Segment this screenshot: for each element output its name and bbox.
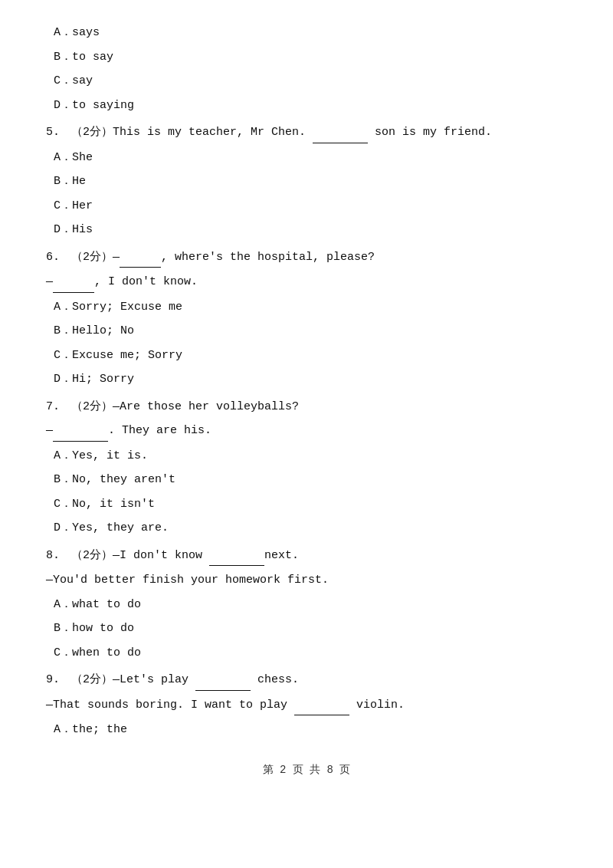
question-7: 7. （2分）—Are those her volleyballs? — . T… [46,397,567,538]
page-footer: 第 2 页 共 8 页 [46,763,567,777]
question-6-text2: — , I don't know. [46,272,567,293]
blank-q6a [120,248,161,268]
blank-q7 [53,421,108,442]
q6-option-b: B．Hello; No [46,321,567,341]
question-6: 6. （2分）— , where's the hospital, please?… [46,248,567,390]
q7-option-b: B．No, they aren't [46,470,567,490]
option-b-prev: B．to say [46,48,567,67]
prev-question-options: A．says B．to say C．say D．to saying [46,23,567,115]
q8-option-b: B．how to do [46,619,567,639]
question-9-text2: —That sounds boring. I want to play viol… [46,695,567,716]
q7-option-a: A．Yes, it is. [46,446,567,466]
q7-option-d: D．Yes, they are. [46,518,567,538]
question-7-text2: — . They are his. [46,421,567,442]
q6-option-d: D．Hi; Sorry [46,370,567,390]
question-6-text: 6. （2分）— , where's the hospital, please? [46,248,567,268]
q8-option-c: C．when to do [46,643,567,663]
q5-option-c: C．Her [46,196,567,216]
q6-option-c: C．Excuse me; Sorry [46,346,567,366]
question-8-text2: —You'd better finish your homework first… [46,570,567,590]
blank-q8 [209,546,264,567]
question-9: 9. （2分）—Let's play chess. —That sounds b… [46,670,567,740]
blank-q9a [195,670,251,691]
question-8-text: 8. （2分）—I don't know next. [46,546,567,567]
option-a-prev: A．says [46,23,567,43]
question-7-text: 7. （2分）—Are those her volleyballs? [46,397,567,417]
question-5: 5. （2分）This is my teacher, Mr Chen. son … [46,123,567,240]
q5-option-a: A．She [46,148,567,168]
q5-option-b: B．He [46,172,567,192]
question-5-text: 5. （2分）This is my teacher, Mr Chen. son … [46,123,567,143]
q8-option-a: A．what to do [46,595,567,615]
q5-option-d: D．His [46,220,567,240]
blank-q9b [294,695,349,716]
question-9-text: 9. （2分）—Let's play chess. [46,670,567,691]
q7-option-c: C．No, it isn't [46,495,567,515]
blank-q6b [53,272,94,293]
option-c-prev: C．say [46,71,567,91]
page-number: 第 2 页 共 8 页 [263,764,351,776]
option-d-prev: D．to saying [46,96,567,116]
q9-option-a: A．the; the [46,720,567,740]
question-8: 8. （2分）—I don't know next. —You'd better… [46,546,567,663]
blank-q5 [313,123,368,143]
q6-option-a: A．Sorry; Excuse me [46,298,567,317]
